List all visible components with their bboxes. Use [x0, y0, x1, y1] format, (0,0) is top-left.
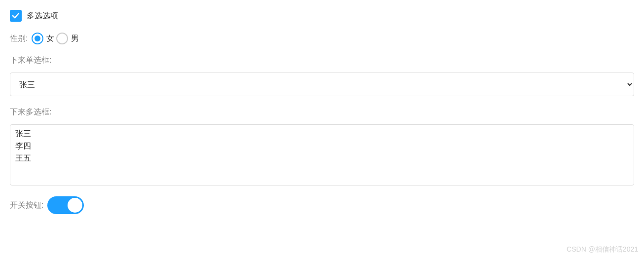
- multi-select-option[interactable]: 王五: [15, 152, 629, 165]
- single-select[interactable]: 张三: [10, 73, 634, 96]
- checkbox-row: 多选选项: [10, 10, 634, 22]
- switch-row: 开关按钮:: [10, 196, 634, 214]
- gender-row: 性别: 女 男: [10, 33, 634, 44]
- radio-female-label: 女: [46, 34, 54, 44]
- multi-select-row: 下来多选框: 张三 李四 王五: [10, 107, 634, 185]
- single-select-label: 下来单选框:: [10, 55, 51, 66]
- single-select-row: 下来单选框: 张三: [10, 55, 634, 96]
- multi-checkbox[interactable]: [10, 10, 22, 22]
- multi-select-label: 下来多选框:: [10, 107, 51, 117]
- radio-male-label: 男: [71, 34, 79, 44]
- switch-toggle[interactable]: [47, 196, 84, 214]
- switch-knob: [68, 198, 82, 213]
- check-icon: [12, 12, 20, 20]
- multi-select-option[interactable]: 李四: [15, 140, 629, 152]
- gender-label: 性别:: [10, 34, 28, 44]
- radio-male[interactable]: [56, 33, 68, 44]
- radio-female[interactable]: [32, 33, 43, 44]
- gender-radio-group: 女 男: [32, 33, 81, 44]
- multi-select[interactable]: 张三 李四 王五: [10, 124, 634, 185]
- multi-select-option[interactable]: 张三: [15, 128, 629, 140]
- checkbox-label: 多选选项: [27, 11, 58, 21]
- switch-label: 开关按钮:: [10, 200, 43, 211]
